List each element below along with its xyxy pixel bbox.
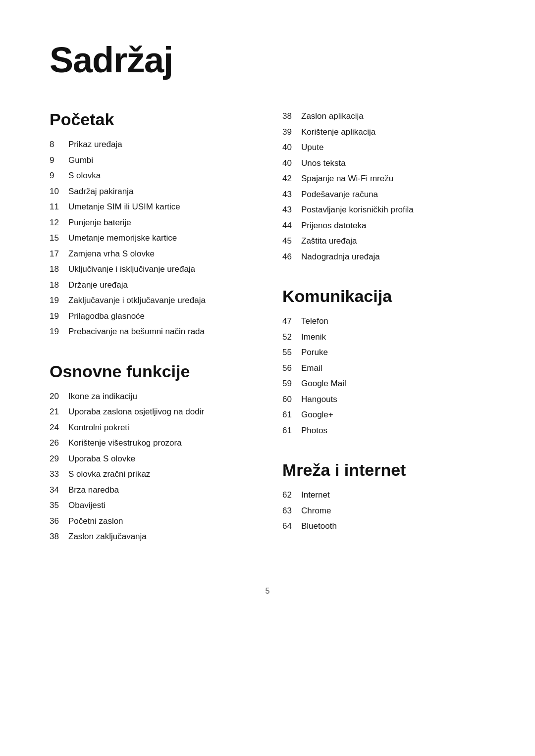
toc-item-text: Kontrolni pokreti bbox=[68, 421, 129, 434]
toc-list: 47Telefon52Imenik55Poruke56Email59Google… bbox=[282, 315, 485, 437]
toc-list: 20Ikone za indikaciju21Uporaba zaslona o… bbox=[50, 390, 253, 543]
page-footer: 5 bbox=[50, 587, 485, 596]
toc-item-text: Google+ bbox=[301, 408, 333, 421]
toc-item-number: 38 bbox=[282, 110, 301, 123]
toc-item-text: Držanje uređaja bbox=[68, 279, 128, 292]
toc-item: 9S olovka bbox=[50, 169, 253, 182]
toc-item-number: 18 bbox=[50, 263, 68, 276]
toc-item-number: 29 bbox=[50, 453, 68, 465]
page-title: Sadržaj bbox=[50, 40, 485, 80]
toc-item: 46Nadogradnja uređaja bbox=[282, 251, 485, 263]
toc-item: 19Zaključavanje i otključavanje uređaja bbox=[50, 294, 253, 307]
toc-item: 38Zaslon zaključavanja bbox=[50, 530, 253, 543]
toc-item-text: Zaslon aplikacija bbox=[301, 110, 364, 123]
toc-item-number: 43 bbox=[282, 203, 301, 216]
toc-item-number: 18 bbox=[50, 279, 68, 292]
toc-item-text: Zamjena vrha S olovke bbox=[68, 248, 155, 260]
content-wrapper: Početak8Prikaz uređaja9Gumbi9S olovka10S… bbox=[50, 110, 485, 567]
toc-list: 38Zaslon aplikacija39Korištenje aplikaci… bbox=[282, 110, 485, 263]
section-title: Komunikacija bbox=[282, 287, 485, 306]
toc-item-number: 19 bbox=[50, 310, 68, 323]
toc-item-text: Korištenje aplikacija bbox=[301, 126, 375, 139]
toc-item-number: 20 bbox=[50, 390, 68, 403]
toc-item-text: Chrome bbox=[301, 504, 331, 517]
toc-item-text: Prijenos datoteka bbox=[301, 219, 366, 232]
toc-item: 10Sadržaj pakiranja bbox=[50, 185, 253, 198]
section-title: Početak bbox=[50, 110, 253, 129]
toc-section: Osnovne funkcije20Ikone za indikaciju21U… bbox=[50, 362, 253, 543]
toc-item: 56Email bbox=[282, 362, 485, 375]
toc-item-text: Punjenje baterije bbox=[68, 216, 131, 229]
toc-item: 18Držanje uređaja bbox=[50, 279, 253, 292]
toc-item-number: 10 bbox=[50, 185, 68, 198]
toc-item-text: Ikone za indikaciju bbox=[68, 390, 137, 403]
toc-item: 63Chrome bbox=[282, 504, 485, 517]
toc-item-text: Poruke bbox=[301, 346, 328, 359]
toc-item: 33S olovka zračni prikaz bbox=[50, 468, 253, 481]
toc-item-number: 62 bbox=[282, 489, 301, 502]
toc-item-text: Telefon bbox=[301, 315, 328, 328]
toc-item-text: Gumbi bbox=[68, 154, 93, 167]
toc-item-text: Uključivanje i isključivanje uređaja bbox=[68, 263, 195, 276]
toc-item-text: Internet bbox=[301, 489, 330, 502]
toc-item-number: 24 bbox=[50, 421, 68, 434]
toc-item-number: 42 bbox=[282, 172, 301, 185]
toc-item: 17Zamjena vrha S olovke bbox=[50, 248, 253, 260]
toc-item-number: 19 bbox=[50, 294, 68, 307]
toc-item: 36Početni zaslon bbox=[50, 515, 253, 528]
toc-item-number: 11 bbox=[50, 201, 68, 213]
toc-item-number: 61 bbox=[282, 408, 301, 421]
toc-item-text: Hangouts bbox=[301, 393, 337, 406]
toc-item: 35Obavijesti bbox=[50, 499, 253, 512]
toc-item-text: Photos bbox=[301, 424, 327, 437]
toc-item-number: 61 bbox=[282, 424, 301, 437]
toc-item-text: Zaštita uređaja bbox=[301, 235, 357, 248]
toc-item: 15Umetanje memorijske kartice bbox=[50, 232, 253, 245]
toc-item-number: 47 bbox=[282, 315, 301, 328]
toc-item-text: Umetanje SIM ili USIM kartice bbox=[68, 201, 180, 213]
toc-item-text: Nadogradnja uređaja bbox=[301, 251, 380, 263]
toc-item: 9Gumbi bbox=[50, 154, 253, 167]
toc-item-text: Prilagodba glasnoće bbox=[68, 310, 145, 323]
toc-item-text: Bluetooth bbox=[301, 520, 337, 533]
toc-item-text: Korištenje višestrukog prozora bbox=[68, 437, 182, 450]
toc-item-number: 36 bbox=[50, 515, 68, 528]
toc-item-text: Zaključavanje i otključavanje uređaja bbox=[68, 294, 206, 307]
toc-item-number: 39 bbox=[282, 126, 301, 139]
toc-item-number: 56 bbox=[282, 362, 301, 375]
toc-item-number: 33 bbox=[50, 468, 68, 481]
toc-item-number: 9 bbox=[50, 154, 68, 167]
toc-item-number: 45 bbox=[282, 235, 301, 248]
toc-item: 60Hangouts bbox=[282, 393, 485, 406]
toc-item: 61Photos bbox=[282, 424, 485, 437]
toc-item-number: 34 bbox=[50, 484, 68, 497]
toc-item: 39Korištenje aplikacija bbox=[282, 126, 485, 139]
toc-item-number: 55 bbox=[282, 346, 301, 359]
toc-item: 24Kontrolni pokreti bbox=[50, 421, 253, 434]
toc-item-number: 35 bbox=[50, 499, 68, 512]
toc-item-number: 9 bbox=[50, 169, 68, 182]
toc-item-text: Zaslon zaključavanja bbox=[68, 530, 147, 543]
toc-item-number: 21 bbox=[50, 405, 68, 418]
toc-item-number: 8 bbox=[50, 138, 68, 151]
toc-section: Početak8Prikaz uređaja9Gumbi9S olovka10S… bbox=[50, 110, 253, 338]
toc-item-number: 12 bbox=[50, 216, 68, 229]
toc-item: 61Google+ bbox=[282, 408, 485, 421]
toc-item-number: 63 bbox=[282, 504, 301, 517]
toc-item-text: Prikaz uređaja bbox=[68, 138, 122, 151]
section-title: Osnovne funkcije bbox=[50, 362, 253, 381]
toc-item-number: 59 bbox=[282, 377, 301, 390]
toc-item-text: S olovka zračni prikaz bbox=[68, 468, 150, 481]
toc-section: Mreža i internet62Internet63Chrome64Blue… bbox=[282, 460, 485, 533]
toc-item-text: Upute bbox=[301, 141, 323, 154]
toc-item: 64Bluetooth bbox=[282, 520, 485, 533]
toc-item-number: 19 bbox=[50, 325, 68, 338]
toc-section: Komunikacija47Telefon52Imenik55Poruke56E… bbox=[282, 287, 485, 437]
toc-item-text: Podešavanje računa bbox=[301, 188, 378, 201]
section-title: Mreža i internet bbox=[282, 460, 485, 480]
toc-list: 8Prikaz uređaja9Gumbi9S olovka10Sadržaj … bbox=[50, 138, 253, 338]
toc-item: 38Zaslon aplikacija bbox=[282, 110, 485, 123]
left-column: Početak8Prikaz uređaja9Gumbi9S olovka10S… bbox=[50, 110, 253, 567]
toc-item-number: 17 bbox=[50, 248, 68, 260]
toc-item: 34Brza naredba bbox=[50, 484, 253, 497]
